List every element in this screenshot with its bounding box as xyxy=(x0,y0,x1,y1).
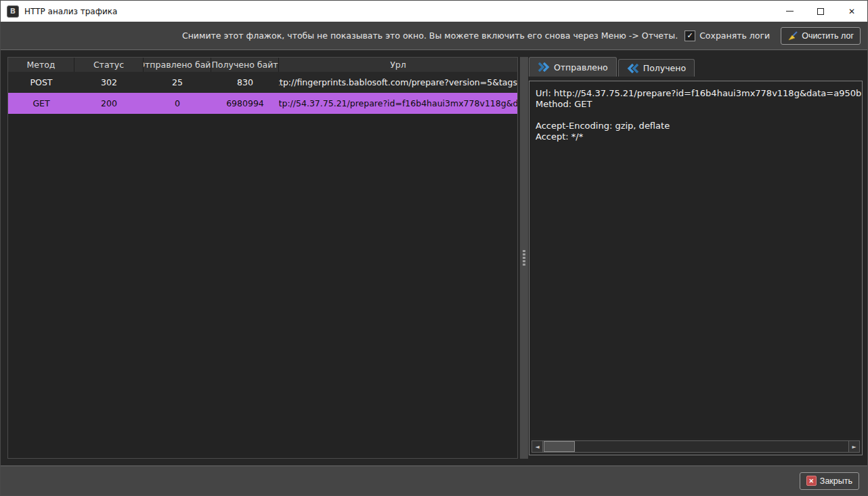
scroll-left-button[interactable]: ◄ xyxy=(532,441,543,452)
tab-received-label: Получено xyxy=(643,63,686,73)
detail-line-blank xyxy=(536,110,856,121)
splitter-grip-icon xyxy=(523,260,525,262)
scroll-right-button[interactable]: ► xyxy=(848,441,859,452)
cell-status: 302 xyxy=(74,72,144,93)
scroll-right-icon: ► xyxy=(852,444,856,450)
clear-log-label: Очистить лог xyxy=(802,31,854,41)
splitter-grip-icon xyxy=(523,264,525,266)
app-icon: B xyxy=(7,5,19,18)
cell-sent: 0 xyxy=(144,93,211,114)
request-detail-text[interactable]: Url: http://54.37.75.21/prepare?id=f16b4… xyxy=(530,82,861,438)
title-bar: B HTTP анализ трафика ✕ xyxy=(1,1,867,22)
checkmark-icon: ✓ xyxy=(687,32,693,39)
clear-log-button[interactable]: Очистить лог xyxy=(781,27,861,45)
cell-method: GET xyxy=(8,93,74,114)
app-window: B HTTP анализ трафика ✕ Снимите этот фла… xyxy=(0,0,868,496)
maximize-icon xyxy=(817,8,824,15)
tab-sent[interactable]: Отправлено xyxy=(529,57,617,77)
splitter-grip-icon xyxy=(523,250,525,252)
splitter-grip-icon xyxy=(523,257,525,259)
red-x-icon: ✕ xyxy=(806,476,817,486)
cell-method: POST xyxy=(8,72,74,93)
splitter-grip-icon xyxy=(523,253,525,255)
close-button[interactable]: ✕ xyxy=(836,1,867,22)
minimize-button[interactable] xyxy=(774,1,805,22)
save-logs-checkbox[interactable]: ✓ xyxy=(685,30,695,41)
cell-received: 830 xyxy=(211,72,279,93)
close-dialog-button[interactable]: ✕ Закрыть xyxy=(800,472,859,490)
scroll-left-icon: ◄ xyxy=(535,444,539,450)
table-row[interactable]: POST 302 25 830 http://fingerprints.babl… xyxy=(8,72,517,93)
column-header-received[interactable]: Получено байт xyxy=(211,58,279,72)
minimize-icon xyxy=(786,11,794,12)
double-chevron-right-icon xyxy=(538,62,550,72)
panel-splitter[interactable] xyxy=(520,57,528,459)
cell-url: http://54.37.75.21/prepare?id=f16b4haui3… xyxy=(279,93,517,114)
tab-received[interactable]: Получено xyxy=(618,59,695,77)
detail-panel: Url: http://54.37.75.21/prepare?id=f16b4… xyxy=(529,81,863,455)
main-area: Метод Статус Отправлено байт Получено ба… xyxy=(1,50,867,466)
cell-status: 200 xyxy=(74,93,144,114)
maximize-button[interactable] xyxy=(805,1,836,22)
scrollbar-thumb[interactable] xyxy=(544,441,575,452)
detail-line-accept: Accept: */* xyxy=(536,131,856,142)
table-header: Метод Статус Отправлено байт Получено ба… xyxy=(8,58,517,72)
double-chevron-left-icon xyxy=(627,64,639,73)
hide-window-notice: Снимите этот флажок, чтобы не показывать… xyxy=(182,30,678,41)
detail-line-url: Url: http://54.37.75.21/prepare?id=f16b4… xyxy=(536,88,856,99)
tab-sent-label: Отправлено xyxy=(554,62,608,73)
detail-line-method: Method: GET xyxy=(536,99,856,110)
column-header-sent[interactable]: Отправлено байт xyxy=(144,58,211,72)
horizontal-scrollbar[interactable]: ◄ ► xyxy=(531,440,860,453)
column-header-url[interactable]: Урл xyxy=(279,58,517,72)
cell-url: http://fingerprints.bablosoft.com/prepar… xyxy=(279,72,517,93)
save-logs-label[interactable]: Сохранять логи xyxy=(699,30,770,41)
requests-table: Метод Статус Отправлено байт Получено ба… xyxy=(7,57,518,459)
close-icon: ✕ xyxy=(848,7,855,16)
cell-sent: 25 xyxy=(144,72,211,93)
option-bar: Снимите этот флажок, чтобы не показывать… xyxy=(1,22,867,50)
status-bar: ✕ Закрыть xyxy=(1,466,867,495)
table-row-selected[interactable]: GET 200 0 6980994 http://54.37.75.21/pre… xyxy=(8,93,517,114)
cell-received: 6980994 xyxy=(211,93,279,114)
column-header-status[interactable]: Статус xyxy=(74,58,144,72)
detail-tabs: Отправлено Получено xyxy=(529,57,695,77)
window-controls: ✕ xyxy=(774,1,867,22)
red-x-glyph: ✕ xyxy=(809,478,815,484)
window-title: HTTP анализ трафика xyxy=(24,7,117,16)
broom-icon xyxy=(787,30,798,41)
detail-line-accept-encoding: Accept-Encoding: gzip, deflate xyxy=(536,121,856,131)
close-dialog-label: Закрыть xyxy=(820,476,852,486)
column-header-method[interactable]: Метод xyxy=(8,58,74,72)
